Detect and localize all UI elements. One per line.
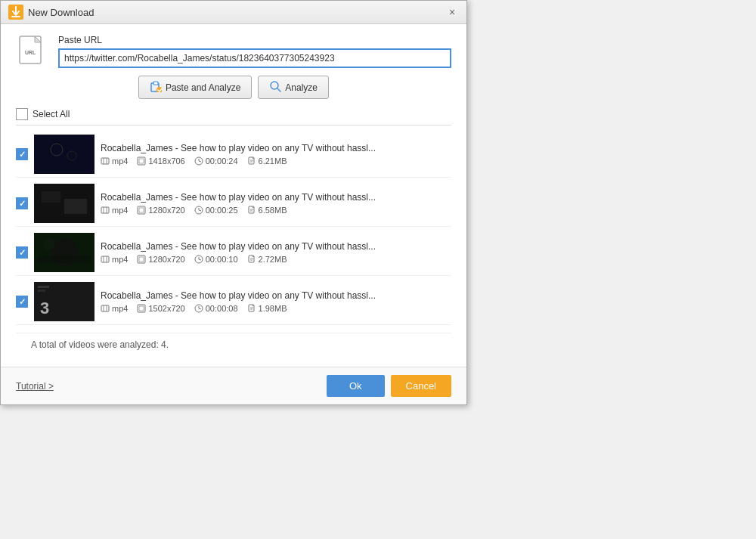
video-checkbox-3[interactable]: ✓ xyxy=(16,246,28,259)
video-item-4: ✓ 3 Rocabella_James - See how to play vi… xyxy=(16,279,451,325)
paste-and-analyze-button[interactable]: Paste and Analyze xyxy=(138,76,252,99)
svg-rect-29 xyxy=(138,206,145,214)
meta-res-4: 1502x720 xyxy=(137,304,184,313)
meta-dur-1: 00:00:24 xyxy=(194,156,238,166)
format-1: mp4 xyxy=(112,156,128,166)
analyze-label: Analyze xyxy=(285,82,318,93)
size-2: 6.58MB xyxy=(259,206,287,215)
select-all-row: Select All xyxy=(16,108,451,125)
video-info-3: Rocabella_James - See how to play video … xyxy=(101,241,451,264)
thumb-svg-1 xyxy=(34,135,94,174)
svg-text:URL: URL xyxy=(25,50,36,55)
resize-icon-4 xyxy=(137,304,146,313)
video-thumbnail-2 xyxy=(34,184,94,223)
resolution-4: 1502x720 xyxy=(148,304,184,313)
video-info-4: Rocabella_James - See how to play video … xyxy=(101,290,451,313)
film-icon-2 xyxy=(101,206,110,215)
svg-rect-45 xyxy=(139,257,144,262)
url-input[interactable] xyxy=(58,48,451,68)
meta-format-4: mp4 xyxy=(101,304,128,313)
thumb-svg-2 xyxy=(34,184,94,223)
checkmark-4: ✓ xyxy=(19,297,26,307)
checkmark-2: ✓ xyxy=(19,199,26,209)
video-item-3: ✓ Rocabella_James - See how to play vide… xyxy=(16,230,451,276)
tutorial-link[interactable]: Tutorial > xyxy=(16,381,54,392)
new-download-dialog: New Download × URL Paste URL xyxy=(0,0,467,405)
meta-dur-3: 00:00:10 xyxy=(194,255,238,264)
video-checkbox-2[interactable]: ✓ xyxy=(16,197,28,209)
duration-3: 00:00:10 xyxy=(206,255,238,264)
clock-icon-2 xyxy=(194,206,203,215)
video-thumbnail-1 xyxy=(34,135,94,174)
cancel-button[interactable]: Cancel xyxy=(391,375,451,397)
svg-rect-16 xyxy=(139,159,144,163)
video-checkbox-4[interactable]: ✓ xyxy=(16,296,28,308)
url-label-col: Paste URL xyxy=(58,35,451,68)
meta-format-3: mp4 xyxy=(101,255,128,264)
video-checkbox-1[interactable]: ✓ xyxy=(16,148,28,160)
svg-line-8 xyxy=(277,88,280,91)
film-icon-4 xyxy=(101,304,110,313)
film-icon-1 xyxy=(101,156,110,166)
analyze-icon xyxy=(269,80,281,94)
close-button[interactable]: × xyxy=(445,5,459,19)
video-title-1: Rocabella_James - See how to play video … xyxy=(101,143,451,153)
svg-rect-41 xyxy=(101,256,109,262)
film-icon-3 xyxy=(101,255,110,264)
video-thumbnail-3 xyxy=(34,233,94,272)
resolution-3: 1280x720 xyxy=(148,255,184,264)
svg-rect-15 xyxy=(138,157,145,165)
filesize-icon-3 xyxy=(247,255,256,264)
video-info-2: Rocabella_James - See how to play video … xyxy=(101,192,451,215)
meta-size-1: 6.21MB xyxy=(247,156,287,166)
dialog-body: URL Paste URL Paste and Analyz xyxy=(1,24,466,367)
paste-icon xyxy=(150,80,162,94)
meta-format-1: mp4 xyxy=(101,156,128,166)
svg-rect-44 xyxy=(138,256,145,263)
size-4: 1.98MB xyxy=(259,304,287,313)
size-3: 2.72MB xyxy=(259,255,287,264)
svg-rect-60 xyxy=(139,306,144,311)
paste-and-analyze-label: Paste and Analyze xyxy=(166,82,240,93)
url-document-icon: URL xyxy=(18,35,47,68)
svg-rect-26 xyxy=(101,207,109,213)
analyze-button[interactable]: Analyze xyxy=(258,76,329,99)
action-buttons-row: Paste and Analyze Analyze xyxy=(16,76,451,99)
svg-rect-56 xyxy=(101,305,109,311)
url-section: URL Paste URL xyxy=(16,35,451,68)
title-bar: New Download × xyxy=(1,1,466,24)
select-all-label: Select All xyxy=(33,109,70,119)
title-bar-left: New Download xyxy=(8,5,94,20)
window-title: New Download xyxy=(28,7,94,18)
svg-point-39 xyxy=(43,238,55,250)
video-item-2: ✓ Rocabella_James - See how to play vide… xyxy=(16,181,451,227)
svg-rect-25 xyxy=(64,199,87,214)
footer-buttons: Ok Cancel xyxy=(327,375,451,397)
resize-icon-3 xyxy=(137,255,146,264)
filesize-icon-2 xyxy=(247,206,256,215)
svg-rect-59 xyxy=(138,305,145,312)
svg-rect-12 xyxy=(101,158,109,164)
dialog-footer: Tutorial > Ok Cancel xyxy=(1,367,466,404)
meta-size-3: 2.72MB xyxy=(247,255,287,264)
format-4: mp4 xyxy=(112,304,128,313)
ok-button[interactable]: Ok xyxy=(327,375,385,397)
video-title-4: Rocabella_James - See how to play video … xyxy=(101,290,451,301)
checkmark-1: ✓ xyxy=(19,150,26,160)
filesize-icon-4 xyxy=(247,304,256,313)
video-meta-3: mp4 1280x720 xyxy=(101,255,451,264)
svg-text:3: 3 xyxy=(40,299,49,318)
svg-line-33 xyxy=(199,210,201,211)
resolution-2: 1280x720 xyxy=(148,206,184,215)
svg-rect-54 xyxy=(38,290,45,292)
video-list: ✓ Rocabella_James - See how to play vide… xyxy=(16,132,451,325)
clock-icon-3 xyxy=(194,255,203,264)
select-all-checkbox[interactable] xyxy=(16,108,28,120)
meta-res-2: 1280x720 xyxy=(137,206,184,215)
filesize-icon-1 xyxy=(247,156,256,166)
svg-line-19 xyxy=(199,161,201,162)
svg-rect-30 xyxy=(139,208,144,212)
meta-size-4: 1.98MB xyxy=(247,304,287,313)
thumb-svg-4: 3 xyxy=(34,282,94,321)
svg-rect-9 xyxy=(34,135,94,174)
